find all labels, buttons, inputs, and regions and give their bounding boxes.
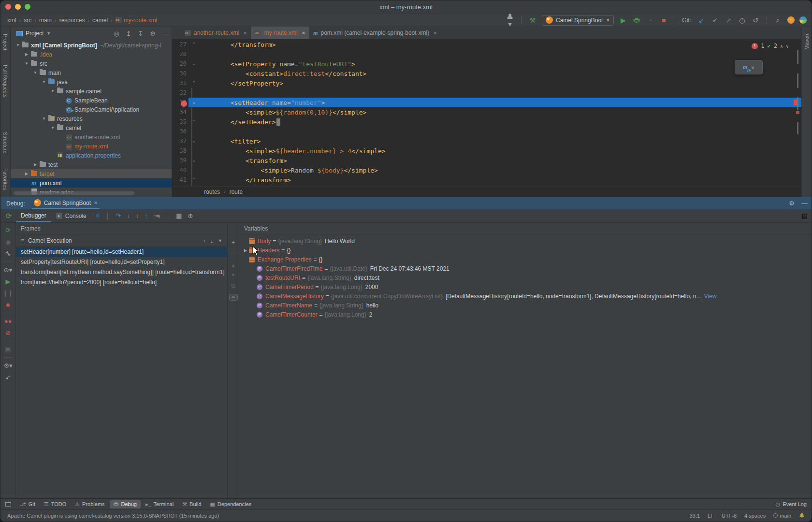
code-line[interactable]: 35⌃ </setHeader> [172,117,801,127]
hide-debug-panel-icon[interactable]: — [801,200,808,207]
tool-strip-label-maven[interactable]: Maven [804,30,810,54]
code-line[interactable]: 31⌃ </setProperty> [172,78,801,88]
pin-icon[interactable]: ➹ [5,374,11,381]
variable-row[interactable]: PCamelTimerFiredTime={java.util.Date}Fri… [239,264,812,273]
rerun-program-icon[interactable]: ⟳ [5,227,11,234]
remove-watch-icon[interactable]: — [231,251,236,258]
tree-chevron-icon[interactable]: ▶ [23,172,30,176]
code-line[interactable]: 28 [172,49,801,59]
project-settings-icon[interactable]: ⚙︎ [150,30,156,37]
evaluate-expression-icon[interactable]: ▦ [176,212,182,219]
variable-row[interactable]: Exchange Properties={} [239,255,812,264]
editor-breadcrumb-item[interactable]: routes [204,188,220,195]
thread-dropdown-icon[interactable]: ▼ [218,238,222,243]
tree-chevron-icon[interactable]: ▶ [23,52,30,57]
tool-strip-label-favorites[interactable]: Favorites [2,164,8,194]
tree-item[interactable]: ▼xml [Camel SpringBoot]~/Dev/git/camel-s… [11,41,172,50]
rerun-icon[interactable]: ⟳ [1,212,16,220]
view-link[interactable]: View [704,293,717,300]
stop-process-icon[interactable]: ■ [6,301,10,308]
tree-chevron-icon[interactable]: ▼ [41,80,47,84]
editor-tab[interactable]: <>my-route.xml✕ [251,27,309,39]
tab-console[interactable]: ▸ Console [51,209,91,222]
zoom-window-button[interactable] [25,4,30,10]
error-stripe[interactable] [795,40,800,186]
tree-chevron-icon[interactable]: ▼ [32,71,39,75]
code-line[interactable]: 41⌃ </transform> [172,175,801,185]
collapse-all-icon[interactable]: ↧ [138,30,143,37]
tree-item[interactable]: CSampleCamelApplication [11,105,172,114]
debug-button[interactable]: 🐞︎ [632,16,641,24]
git-update-icon[interactable]: ↙ [697,16,706,24]
toolwindow-button-todo[interactable]: ☰︎TODO [40,500,70,508]
git-push-icon[interactable]: ↗ [724,16,733,24]
breadcrumb-item[interactable]: resources [59,17,85,24]
status-item[interactable]: UTF-8 [722,513,737,519]
code-line[interactable]: 38 <simple>${header.number} > 4</simple> [172,146,801,156]
tree-chevron-icon[interactable]: ▶ [32,162,39,167]
tree-item[interactable]: mpom.xml [11,178,172,188]
close-icon[interactable]: ✕ [302,30,305,36]
tree-chevron-icon[interactable]: ▼ [14,43,21,47]
code-line[interactable]: 37⌄ <filter> [172,136,801,146]
git-commit-icon[interactable]: ✔ [710,16,719,24]
variable-row[interactable]: PtestRouteURI={java.lang.String}direct:t… [239,273,812,282]
frame-row[interactable]: setHeader[number] [route=hello,id=setHea… [16,247,227,257]
frame-row[interactable]: from[timer://hello?period=2000] [route=h… [16,277,227,288]
status-item[interactable]: LF [708,513,714,519]
breadcrumb-item[interactable]: main [39,17,52,24]
code-line[interactable]: 29⌄ <setProperty name="testRouteURI"> [172,59,801,69]
variable-row[interactable]: Body={java.lang.String}Hello World [239,236,812,246]
layout-settings-icon[interactable]: ▤ [802,212,808,219]
editor-breadcrumb-item[interactable]: route [230,188,243,195]
prev-issue-icon[interactable]: ∧ [780,44,783,49]
stop-button[interactable]: ■ [659,16,668,24]
close-window-button[interactable] [5,4,11,10]
tree-item[interactable]: ▼main [11,68,172,77]
expand-all-icon[interactable]: ↥ [126,30,131,37]
locate-file-icon[interactable]: ◎ [114,30,119,37]
tree-item[interactable]: ▼src [11,59,172,68]
code-line[interactable]: 33⌄ <setHeader name="number"> [172,98,801,107]
code-line[interactable]: 27⌃ </transform> [172,40,801,49]
status-item[interactable]: 33:1 [690,513,700,519]
frame-down-icon[interactable]: ↓ [211,238,214,244]
chevron-down-icon[interactable]: ▼ [46,31,51,36]
history-clock-icon[interactable]: ◷ [738,16,746,24]
wrench-icon[interactable]: 🔧︎ [5,250,11,257]
debug-session-tab[interactable]: Camel SpringBoot ✕ [32,197,100,209]
debug-gear-icon[interactable]: ⚙︎▾ [3,362,12,369]
code-editor[interactable]: 27⌃ </transform>2829⌄ <setProperty name=… [172,40,801,186]
horizontal-scrollbar[interactable] [14,191,134,195]
profiler-icon[interactable]: ◉ [5,238,11,246]
run-to-cursor-icon[interactable]: ⇥I [154,212,160,219]
eye-view-options-icon[interactable]: ⊙▾ [4,266,12,274]
tool-strip-label-project[interactable]: Project [2,30,8,54]
frame-up-icon[interactable]: ↑ [203,238,206,244]
variable-row[interactable]: PCamelTimerName={java.lang.String}hello [239,301,812,310]
variable-row[interactable]: PCamelMessageHistory={java.util.concurre… [239,291,812,301]
code-line[interactable]: 39⌄ <transform> [172,156,801,165]
tree-item[interactable]: ▶target [11,169,172,178]
pause-icon[interactable]: ❙❙ [3,290,14,297]
thread-dump-camera-icon[interactable]: ▣ [5,346,11,353]
add-watch-icon[interactable]: ＋ [231,238,236,246]
close-icon[interactable]: ✕ [94,200,98,205]
variable-row[interactable]: PCamelTimerPeriod={java.lang.Long}2000 [239,282,812,291]
code-line[interactable]: 32 [172,88,801,98]
editor-tab[interactable]: <>another-route.xml✕ [181,27,251,39]
threads-view-icon[interactable]: ≡ [96,212,100,219]
code-line[interactable]: 34 <simple>${random(0,10)}</simple> [172,107,801,117]
tool-strip-label-pull-requests[interactable]: Pull Requests [2,61,8,102]
plugin-ball-icon[interactable] [799,16,807,24]
maven-reload-icon[interactable]: m⟳ [743,64,747,71]
frame-row[interactable]: setProperty[testRouteURI] [route=hello,i… [16,257,227,267]
frame-row[interactable]: transform[bean[ref:myBean method:saySome… [16,267,227,277]
variable-row[interactable]: ▶Headers={} [239,246,812,255]
view-breakpoints-icon[interactable]: ●● [4,318,12,325]
debug-settings-icon[interactable]: ⚙︎ [789,200,795,207]
tree-item[interactable]: ▼java [11,77,172,87]
tree-item[interactable]: ▼camel [11,123,172,132]
toolwindow-button-debug[interactable]: 🐞︎Debug [110,500,141,508]
tab-debugger[interactable]: Debugger [16,209,51,222]
